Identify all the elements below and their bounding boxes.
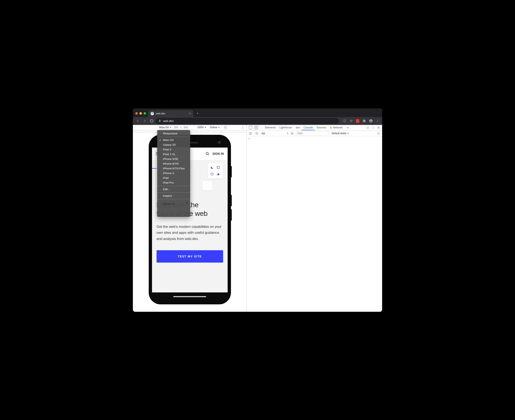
page-subtitle: Get the web's modern capabilities on you…	[157, 224, 223, 242]
circle-icon	[210, 172, 215, 176]
svg-point-3	[377, 120, 378, 120]
dropdown-item-inspect[interactable]: Inspect	[157, 194, 190, 198]
console-sidebar-toggle-icon[interactable]	[248, 131, 253, 136]
console-output[interactable]: >	[247, 136, 382, 312]
browser-menu-icon[interactable]	[374, 118, 380, 124]
svg-point-4	[377, 120, 378, 121]
profile-avatar-icon[interactable]	[368, 118, 374, 124]
svg-point-13	[367, 127, 368, 128]
solid-triangle-icon	[216, 172, 221, 176]
console-filter-input[interactable]	[296, 132, 329, 135]
square-icon	[216, 165, 221, 170]
device-mode-pane: Moto G4 ▼ 360 × 640 100% ▼ Online ▼	[133, 125, 247, 312]
extensions-puzzle-icon[interactable]	[361, 118, 367, 124]
dropdown-item[interactable]: iPad Pro	[157, 180, 190, 185]
svg-point-15	[373, 127, 373, 128]
dropdown-item[interactable]: Responsive	[157, 131, 190, 136]
minimize-window-icon[interactable]	[139, 112, 142, 115]
dropdown-item[interactable]: iPad	[157, 176, 190, 180]
device-toolbar-menu-icon[interactable]	[240, 125, 245, 130]
devtools-tab[interactable]: axe	[294, 125, 302, 130]
power-button-icon	[231, 166, 232, 177]
devtools-tab-more[interactable]: »	[345, 125, 350, 130]
dropdown-item[interactable]: Pixel 2	[157, 147, 190, 152]
phone-home-bar	[152, 292, 228, 301]
devtools-tab[interactable]: Elements	[263, 125, 277, 130]
devtools-tab[interactable]: Console	[302, 125, 315, 130]
address-bar: web.dev	[133, 117, 382, 125]
tab-title: web.dev	[156, 112, 165, 115]
svg-point-12	[211, 173, 213, 175]
console-settings-icon[interactable]	[376, 131, 381, 136]
clear-console-icon[interactable]	[254, 131, 259, 136]
traffic-lights	[135, 112, 146, 115]
device-height[interactable]: 640	[183, 126, 189, 129]
svg-rect-11	[217, 166, 220, 169]
rotate-icon[interactable]	[223, 125, 228, 130]
devtools-tab[interactable]: Lighthouse	[277, 125, 294, 130]
devtools-menu-icon[interactable]	[371, 125, 376, 130]
volume-down-icon	[231, 209, 232, 221]
device-dropdown[interactable]: Responsive Moto G4Galaxy S5Pixel 2Pixel …	[157, 130, 190, 217]
device-width[interactable]: 360	[173, 126, 179, 129]
dropdown-item[interactable]: iPhone 5/SE	[157, 157, 190, 161]
live-expression-icon[interactable]	[290, 131, 295, 136]
extension-icon[interactable]	[354, 118, 361, 124]
devtools-settings-icon[interactable]	[365, 125, 370, 130]
dropdown-item[interactable]: iPhone X	[157, 171, 190, 176]
volume-up-icon	[231, 195, 232, 206]
search-icon[interactable]	[205, 152, 209, 156]
favicon-icon	[151, 112, 154, 115]
dropdown-item-edit[interactable]: Edit…	[157, 187, 190, 192]
test-my-site-button[interactable]: TEST MY SITE	[157, 250, 223, 262]
sign-in-button[interactable]: SIGN IN	[205, 152, 224, 156]
log-levels-select[interactable]: Default levels ▼	[331, 132, 350, 135]
svg-point-8	[242, 127, 243, 128]
camera-icon	[217, 141, 222, 145]
svg-rect-17	[249, 132, 252, 134]
zoom-select[interactable]: 100% ▼	[197, 126, 207, 129]
new-tab-button[interactable]: +	[194, 111, 201, 117]
console-toolbar: top▼ Default levels ▼	[247, 131, 382, 136]
toggle-device-icon[interactable]	[254, 125, 259, 130]
dimension-separator: ×	[180, 126, 182, 129]
svg-point-10	[206, 152, 208, 155]
devtools-tab[interactable]: Sources	[315, 125, 328, 130]
dropdown-item[interactable]: Galaxy S5	[157, 142, 190, 147]
context-select[interactable]: top	[260, 132, 285, 135]
devtools-pane: ElementsLighthouseaxeConsoleSourcesNetwo…	[247, 125, 382, 312]
devtools-tabbar: ElementsLighthouseaxeConsoleSourcesNetwo…	[247, 125, 382, 131]
throttle-select[interactable]: Online ▼	[209, 126, 221, 129]
sign-in-label: SIGN IN	[212, 152, 224, 155]
browser-tab[interactable]: web.dev ×	[148, 110, 193, 117]
close-tab-icon[interactable]: ×	[189, 112, 191, 115]
dropdown-item-speech[interactable]: Speech	[157, 200, 190, 208]
svg-point-14	[373, 127, 373, 127]
close-window-icon[interactable]	[135, 112, 138, 115]
url-text: web.dev	[163, 119, 174, 123]
add-page-icon[interactable]	[341, 118, 347, 124]
bookmark-star-icon[interactable]	[348, 118, 354, 124]
dropdown-item[interactable]: Pixel 2 XL	[157, 152, 190, 157]
device-select[interactable]: Moto G4 ▼	[159, 126, 172, 129]
maximize-window-icon[interactable]	[144, 112, 146, 115]
reload-icon[interactable]	[148, 118, 155, 124]
dropdown-item[interactable]: iPhone 6/7/8	[157, 161, 190, 166]
back-icon[interactable]	[135, 118, 141, 124]
dropdown-item[interactable]: iPhone 6/7/8 Plus	[157, 166, 190, 171]
title-bar: web.dev × +	[133, 108, 382, 117]
devtools-close-icon[interactable]	[376, 125, 381, 130]
svg-point-9	[242, 128, 243, 128]
inspect-element-icon[interactable]	[248, 125, 253, 130]
lock-icon	[158, 119, 161, 123]
device-toolbar: Moto G4 ▼ 360 × 640 100% ▼ Online ▼	[133, 125, 246, 130]
triangle-icon	[210, 165, 215, 170]
omnibox[interactable]: web.dev	[155, 118, 339, 124]
devtools-tab[interactable]: Network	[328, 125, 345, 130]
forward-icon[interactable]	[141, 118, 148, 124]
svg-point-16	[373, 128, 373, 129]
svg-point-2	[370, 120, 371, 121]
svg-point-19	[292, 133, 293, 134]
dropdown-item[interactable]: Moto G4	[157, 138, 190, 142]
svg-point-7	[242, 126, 243, 127]
